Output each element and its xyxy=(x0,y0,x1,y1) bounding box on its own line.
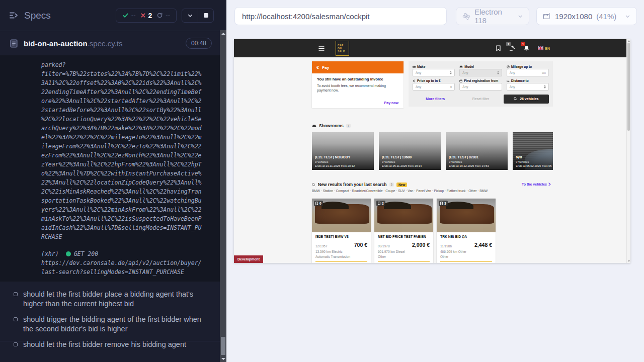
filter-make: Make Any xyxy=(413,64,455,76)
search-icon xyxy=(514,97,517,101)
scroll-down-icon[interactable] xyxy=(628,260,630,262)
first-registration-input[interactable]: Any xyxy=(459,83,502,90)
caronsale-logo[interactable]: CAR ON SALE xyxy=(336,41,349,56)
runner-header: Specs -- 2 -- xyxy=(0,0,220,31)
viewport-zoom: (41%) xyxy=(596,12,616,21)
showrooms-heading: Showrooms 7 xyxy=(312,123,351,128)
pay-card-title: Pay xyxy=(322,65,329,70)
browser-topbar: http://localhost:4200/salesman/cockpit E… xyxy=(226,0,644,32)
vehicle-title: TRK NEt BID QA xyxy=(440,235,492,238)
vehicle-date: 09/1978 xyxy=(378,244,390,248)
vehicle-title: NET BID PRICE TEST FABIEN xyxy=(378,235,430,238)
viewport-select[interactable]: 1920x1080 (41%) xyxy=(536,7,637,25)
command-log: parked? filter=%7B%22states%22%3A%7B%7D%… xyxy=(0,55,220,282)
vehicle-card[interactable]: 3 TRK NEt BID QA 11/1986 2,448 € 466.509… xyxy=(437,199,496,263)
chevron-down-icon xyxy=(625,14,630,19)
card-divider xyxy=(315,261,367,262)
browser-select[interactable]: Electron 118 xyxy=(456,7,529,25)
bookmark-icon xyxy=(440,202,443,205)
distance-input[interactable]: Any xyxy=(507,83,549,90)
bookmark-icon xyxy=(315,202,318,205)
vehicle-date: 11/1986 xyxy=(440,244,452,248)
spec-row[interactable]: bid-on-an-auction.spec.cy.ts 00:48 xyxy=(0,31,220,55)
vehicle-photo: 2 xyxy=(374,199,433,232)
watchlist-button[interactable] xyxy=(496,45,501,51)
stepper-icon[interactable] xyxy=(497,71,499,74)
bookmark-icon xyxy=(496,45,501,51)
test-state-icon xyxy=(14,317,18,321)
browser-pane: http://localhost:4200/salesman/cockpit E… xyxy=(226,0,644,362)
search-icon xyxy=(312,183,315,187)
bid-count-badge: 3 xyxy=(439,201,448,206)
specs-menu-icon[interactable] xyxy=(9,12,19,19)
specs-title: Specs xyxy=(24,10,51,21)
stepper-icon[interactable] xyxy=(450,71,452,74)
status-dot-icon xyxy=(66,251,71,256)
vehicle-title: [E2E TEST] BMW V8 xyxy=(315,235,367,238)
language-switcher[interactable]: EN xyxy=(538,46,550,50)
make-icon xyxy=(413,65,416,68)
scroll-up-icon[interactable] xyxy=(221,33,225,35)
app-scrollbar[interactable] xyxy=(626,39,630,263)
scrollbar-thumb[interactable] xyxy=(627,43,630,131)
card-divider xyxy=(440,261,492,262)
xhr-status: GET 200 xyxy=(74,249,98,258)
reset-filter-link[interactable]: Reset filter xyxy=(458,97,503,101)
notifications-button[interactable]: 1 xyxy=(524,45,529,51)
search-filters-panel: Make Any Model Any Mileage up to Anykm xyxy=(409,61,553,107)
vehicle-mileage: 466.509 km Other xyxy=(440,250,492,253)
chevron-right-icon xyxy=(548,183,551,186)
vehicle-price: 700 € xyxy=(354,242,367,248)
test-title: should trigger the bidding agent of the … xyxy=(23,315,213,334)
aut-frame: CAR ON SALE 2 1 xyxy=(234,39,630,263)
runner-scrollbar[interactable] xyxy=(220,30,226,362)
vehicle-card[interactable]: 2 NET BID PRICE TEST FABIEN 09/1978 2,00… xyxy=(374,199,433,263)
test-item[interactable]: should let the first bidder place a bidd… xyxy=(14,290,213,309)
vehicle-price: 2,000 € xyxy=(412,242,430,248)
xhr-url-text: https://dev.caronsale.de/api/v2/auction/… xyxy=(41,258,216,277)
showroom-card[interactable]: [E2E TEST] NOBODY 0 Vehicles Ends at 21.… xyxy=(312,132,374,170)
menu-icon[interactable] xyxy=(318,46,325,51)
vehicles-search-button[interactable]: 26 vehicles xyxy=(504,95,549,104)
filter-model: Model Any xyxy=(459,64,502,76)
language-code: EN xyxy=(545,47,550,50)
scroll-down-icon[interactable] xyxy=(221,358,225,360)
showroom-card[interactable]: [E2E TEST] 82881 0 Vehicles Ends at 19.1… xyxy=(446,132,508,170)
stepper-icon[interactable] xyxy=(544,85,546,88)
car-icon xyxy=(459,65,463,68)
my-auctions-button[interactable]: 2 xyxy=(509,45,515,51)
vehicle-card[interactable]: 0 [E2E TEST] BMW V8 12/1957 700 € 13.590… xyxy=(312,199,371,263)
filter-distance: Distance to Any xyxy=(507,78,549,90)
auction-count-badge: 2 xyxy=(506,42,511,46)
url-input[interactable]: http://localhost:4200/salesman/cockpit xyxy=(234,7,447,25)
showroom-icon xyxy=(312,124,316,128)
mileage-input[interactable]: Anykm xyxy=(507,69,549,76)
outstanding-invoice-card: € Pay You still have an outstanding invo… xyxy=(312,61,404,108)
stop-button[interactable] xyxy=(198,9,213,22)
test-item[interactable]: should trigger the bidding agent of the … xyxy=(14,315,213,334)
notification-count-badge: 1 xyxy=(521,42,525,46)
showroom-card[interactable]: byd 0 Vehicles Ends at 05.02.2026 from 0… xyxy=(513,132,553,170)
make-input[interactable]: Any xyxy=(413,69,455,76)
scrollbar-thumb[interactable] xyxy=(221,337,225,355)
vehicle-mileage: 13.590 km Electric xyxy=(315,250,367,253)
request-url-text: parked? filter=%7B%22states%22%3A%7B%7D%… xyxy=(41,60,216,241)
check-icon xyxy=(122,12,129,19)
stat-pending: -- xyxy=(156,12,170,19)
xhr-log-row[interactable]: (xhr) GET 200 xyxy=(41,249,216,258)
scroll-up-icon[interactable] xyxy=(628,40,630,42)
to-the-vehicles-link[interactable]: To the vehicles xyxy=(522,183,551,186)
more-filters-link[interactable]: More filters xyxy=(413,97,458,101)
showroom-card[interactable]: [E2E TEST] 13680 0 Vehicles Ends at 25.1… xyxy=(379,132,441,170)
price-input[interactable]: Any€ xyxy=(413,83,455,90)
filter-price: Price up to in € Any€ xyxy=(413,78,455,90)
collapse-button[interactable] xyxy=(182,9,198,22)
pay-now-link[interactable]: Pay now xyxy=(384,101,398,105)
vehicle-price: 2,448 € xyxy=(474,242,492,248)
test-state-icon xyxy=(14,292,18,296)
vehicle-transmission: Other xyxy=(378,255,430,258)
spec-name: bid-on-an-auction.spec.cy.ts xyxy=(24,39,122,48)
model-input[interactable]: Any xyxy=(459,69,502,76)
ruler-icon xyxy=(543,13,551,20)
environment-badge: Development xyxy=(234,255,263,263)
